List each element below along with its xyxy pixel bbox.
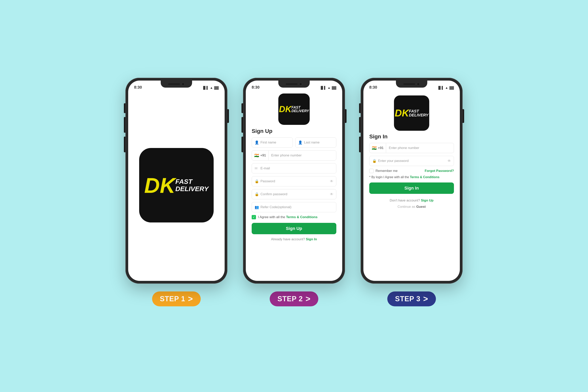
speaker-1 <box>168 84 180 85</box>
wifi-icon-2: ▲ <box>328 86 331 90</box>
status-icons-1: ▐▌▌ ▲ ▓▓ <box>202 86 219 90</box>
splash-screen: DK FAST DELIVERY <box>128 92 224 281</box>
no-account-text: Don't have account? Sign Up <box>390 198 433 202</box>
splash-logo: DK FAST DELIVERY <box>139 148 214 222</box>
splash-fast-text: FAST <box>176 178 208 185</box>
confirm-password-field[interactable]: 🔒 Confirm password 👁 <box>252 189 336 199</box>
terms-row-signup: ✓ I Agree with all the Terms & Condition… <box>252 215 336 219</box>
wifi-icon-3: ▲ <box>445 86 448 90</box>
lock-icon-confirm: 🔒 <box>254 192 259 196</box>
step-2-badge: STEP 2 > <box>270 292 318 306</box>
forgot-password-link[interactable]: Forgot Password? <box>425 169 454 173</box>
signup-logo-delivery: DELIVERY <box>292 109 309 113</box>
phone-3-screen: 8:30 ▐▌▌ ▲ ▓▓ DK FAST DELIVERY <box>364 80 460 281</box>
wifi-icon-1: ▲ <box>210 86 213 90</box>
signin-phone-input[interactable]: 🇮🇳 +91 Enter phone number <box>369 143 454 153</box>
step-2-arrow: > <box>306 294 311 304</box>
signin-phone-code: +91 <box>378 146 384 150</box>
email-placeholder: E-mail <box>260 166 270 170</box>
step-3-arrow: > <box>423 294 428 304</box>
phone-2-screen: 8:30 ▐▌▌ ▲ ▓▓ DK FAST DELIVERY <box>246 80 342 281</box>
firstname-placeholder: First name <box>260 140 276 144</box>
step-2-label: STEP 2 <box>278 295 303 303</box>
terms-text-signup: I Agree with all the Terms & Conditions <box>258 215 318 219</box>
signal-icon-3: ▐▌▌ <box>437 86 444 90</box>
eye-icon-confirm[interactable]: 👁 <box>330 192 334 196</box>
signin-logo: DK FAST DELIVERY <box>394 96 429 131</box>
speaker-2 <box>286 84 298 85</box>
step-3-badge: STEP 3 > <box>387 292 436 306</box>
already-account-text: Already have account? Sign In <box>271 237 317 241</box>
eye-icon-password[interactable]: 👁 <box>330 179 334 184</box>
person-icon-first: 👤 <box>254 140 259 145</box>
signup-logo: DK FAST DELIVERY <box>278 94 310 125</box>
password-field[interactable]: 🔒 Password 👁 <box>252 176 336 186</box>
signup-phone-prefix: 🇮🇳 +91 <box>252 150 268 160</box>
india-flag-signup: 🇮🇳 <box>254 153 259 158</box>
phone-1-screen: 8:30 ▐▌▌ ▲ ▓▓ DK FAST DELIVERY <box>128 80 224 281</box>
step-3-label: STEP 3 <box>395 295 420 303</box>
signup-phone-input[interactable]: 🇮🇳 +91 Enter phone number <box>252 150 336 160</box>
signup-screen: DK FAST DELIVERY Sign Up 👤 First name <box>246 92 342 281</box>
person-icon-last: 👤 <box>298 140 302 145</box>
signup-button[interactable]: Sign Up <box>252 223 336 234</box>
signup-phone-placeholder: Enter phone number <box>268 154 304 158</box>
remember-checkbox[interactable] <box>369 169 374 173</box>
confirm-password-placeholder: Confirm password <box>260 192 287 196</box>
signup-logo-fast: FAST <box>292 106 309 109</box>
signup-phone-code: +91 <box>260 154 266 158</box>
email-field[interactable]: ✉ E-mail <box>252 163 336 174</box>
signin-link[interactable]: Sign In <box>306 237 317 241</box>
signin-password-placeholder: Enter your password <box>378 159 409 163</box>
phone-1-wrapper: 8:30 ▐▌▌ ▲ ▓▓ DK FAST DELIVERY <box>126 78 227 306</box>
signin-logo-brand: FAST DELIVERY <box>409 109 428 117</box>
terms-checkbox-signup[interactable]: ✓ <box>252 215 256 219</box>
status-time-3: 8:30 <box>369 85 377 90</box>
password-placeholder: Password <box>260 179 275 183</box>
lastname-field[interactable]: 👤 Last name <box>295 138 336 148</box>
phone-3: 8:30 ▐▌▌ ▲ ▓▓ DK FAST DELIVERY <box>361 78 462 284</box>
firstname-field[interactable]: 👤 First name <box>252 138 293 148</box>
terms-link-signup[interactable]: Terms & Conditions <box>286 215 318 219</box>
signin-phone-placeholder: Enter phone number <box>386 146 422 150</box>
remember-row: Remember me Forgot Password? <box>369 169 454 173</box>
signup-logo-brand: FAST DELIVERY <box>292 106 309 113</box>
step-1-arrow: > <box>188 294 193 304</box>
battery-icon-2: ▓▓ <box>332 86 336 90</box>
guest-text: Continue as Guest <box>398 205 426 209</box>
signin-phone-prefix: 🇮🇳 +91 <box>370 143 386 153</box>
name-row: 👤 First name 👤 Last name <box>252 138 336 148</box>
notch-2 <box>278 80 310 88</box>
phone-2: 8:30 ▐▌▌ ▲ ▓▓ DK FAST DELIVERY <box>243 78 345 284</box>
eye-icon-signin[interactable]: 👁 <box>448 159 451 163</box>
status-time-2: 8:30 <box>252 85 260 90</box>
signin-logo-fast: FAST <box>409 109 428 113</box>
battery-icon-1: ▓▓ <box>214 86 219 90</box>
refer-placeholder: Refer Code(optional) <box>260 205 292 209</box>
notch-1 <box>161 80 192 88</box>
notch-3 <box>396 80 427 88</box>
camera-2 <box>299 82 302 86</box>
signin-button[interactable]: Sign In <box>369 182 454 194</box>
signin-password-field[interactable]: 🔒 Enter your password 👁 <box>369 156 454 166</box>
speaker-3 <box>403 84 415 85</box>
signup-logo-dk: DK <box>279 104 292 114</box>
lock-icon-signin: 🔒 <box>372 159 376 163</box>
lastname-placeholder: Last name <box>304 140 320 144</box>
signin-screen: DK FAST DELIVERY Sign In 🇮🇳 +91 Ent <box>364 92 460 281</box>
status-icons-2: ▐▌▌ ▲ ▓▓ <box>320 86 336 90</box>
splash-dk-text: DK <box>144 173 176 198</box>
refer-code-field[interactable]: 👥 Refer Code(optional) <box>252 202 336 212</box>
signup-link[interactable]: Sign Up <box>421 198 433 202</box>
signup-title: Sign Up <box>252 128 272 134</box>
terms-link-signin[interactable]: Terms & Conditions <box>410 176 440 179</box>
status-icons-3: ▐▌▌ ▲ ▓▓ <box>437 86 454 90</box>
status-time-1: 8:30 <box>134 85 142 90</box>
remember-left: Remember me <box>369 169 398 173</box>
signin-logo-dk: DK <box>395 108 409 119</box>
guest-label[interactable]: Guest <box>416 205 426 208</box>
camera-3 <box>417 82 420 86</box>
signin-logo-delivery: DELIVERY <box>409 113 428 117</box>
phone-2-wrapper: 8:30 ▐▌▌ ▲ ▓▓ DK FAST DELIVERY <box>243 78 345 306</box>
refer-icon: 👥 <box>254 205 259 209</box>
